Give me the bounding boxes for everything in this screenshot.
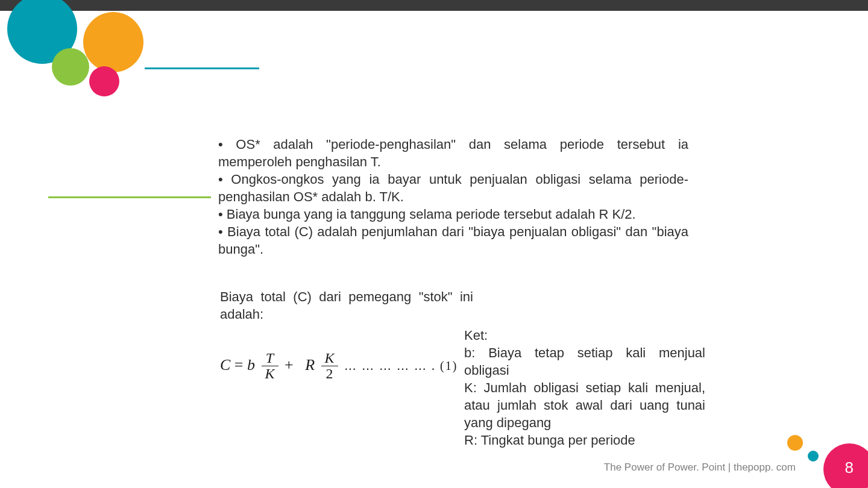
formula-tail: … … … … … . (1) — [344, 359, 458, 372]
title-underline — [145, 67, 259, 69]
bullet-4: • Biaya total (C) adalah penjumlahan dar… — [218, 223, 688, 258]
formula-frac1: T K — [262, 351, 278, 381]
formula-frac1-den: K — [262, 366, 278, 381]
formula-coef1: b — [247, 356, 255, 374]
bullet-2: • Ongkos-ongkos yang ia bayar untuk penj… — [218, 170, 688, 205]
formula-frac1-num: T — [262, 351, 278, 366]
slide: • OS* adalah "periode-penghasilan" dan s… — [0, 0, 868, 488]
formula-intro: Biaya total (C) dari pemegang "stok" ini… — [220, 288, 473, 323]
corner-circle-orange — [787, 435, 803, 451]
decor-circle-orange — [83, 12, 143, 72]
formula-eq: = — [234, 356, 244, 374]
legend-r: R: Tingkat bunga per periode — [464, 431, 705, 449]
bullet-list: • OS* adalah "periode-penghasilan" dan s… — [218, 136, 688, 258]
formula-frac2: K 2 — [321, 351, 338, 381]
decor-circle-pink — [89, 66, 119, 96]
formula-lhs: C — [220, 356, 230, 374]
page-number: 8 — [845, 458, 854, 477]
bullet-1: • OS* adalah "periode-penghasilan" dan s… — [218, 136, 688, 170]
legend-k: K: Jumlah obligasi setiap kali menjual, … — [464, 379, 705, 431]
legend: Ket: b: Biaya tetap setiap kali menjual … — [464, 327, 705, 449]
legend-b: b: Biaya tetap setiap kali menjual oblig… — [464, 344, 705, 379]
formula-coef2: R — [305, 356, 315, 374]
decor-circle-green — [52, 48, 89, 86]
formula: C = b T K + R K 2 … … … … … . (1) — [220, 351, 458, 381]
side-underline — [48, 196, 211, 198]
footer-text: The Power of Power. Point | thepopp. com — [604, 461, 796, 474]
formula-frac2-num: K — [321, 351, 338, 366]
legend-title: Ket: — [464, 327, 705, 344]
corner-circle-teal — [808, 451, 819, 461]
top-bar — [0, 0, 868, 11]
formula-frac2-den: 2 — [321, 366, 338, 381]
formula-plus: + — [285, 356, 294, 374]
bullet-3: • Biaya bunga yang ia tanggung selama pe… — [218, 205, 688, 223]
